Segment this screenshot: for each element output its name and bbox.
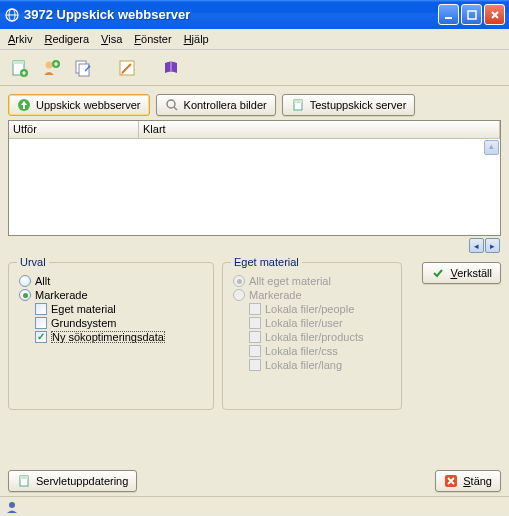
tool-doc-icon[interactable]	[6, 55, 32, 81]
scroll-up-icon[interactable]: ▴	[484, 140, 499, 155]
svg-rect-19	[20, 476, 28, 479]
svg-line-15	[174, 107, 177, 110]
label-people: Lokala filer/people	[265, 303, 354, 315]
label-eget-markerade: Markerade	[249, 289, 302, 301]
action-row: Uppskick webbserver Kontrollera bilder T…	[0, 86, 509, 120]
minimize-button[interactable]	[438, 4, 459, 25]
statusbar	[0, 496, 509, 516]
servletuppdatering-button[interactable]: Servletuppdatering	[8, 470, 137, 492]
label-eget-material: Eget material	[51, 303, 116, 315]
menu-visa[interactable]: Visa	[101, 33, 122, 45]
upload-icon	[17, 98, 31, 112]
uppskick-label: Uppskick webbserver	[36, 99, 141, 111]
svg-rect-6	[13, 61, 24, 64]
label-ny-seo: Ny sökoptimeringsdata	[51, 331, 165, 343]
urval-legend: Urval	[17, 256, 49, 268]
servletuppdatering-label: Servletuppdatering	[36, 475, 128, 487]
col-utfor[interactable]: Utför	[9, 121, 139, 138]
check-user	[249, 317, 261, 329]
doc-icon	[291, 98, 305, 112]
list-header: Utför Klart	[9, 121, 500, 139]
menu-arkiv[interactable]: Arkiv	[8, 33, 32, 45]
list-area: Utför Klart ▴ ◂ ▸	[8, 120, 501, 236]
radio-allt-eget	[233, 275, 245, 287]
svg-point-8	[46, 61, 53, 68]
svg-point-21	[9, 502, 15, 508]
check-eget-material[interactable]	[35, 303, 47, 315]
uppskick-button[interactable]: Uppskick webbserver	[8, 94, 150, 116]
kontrollera-label: Kontrollera bilder	[184, 99, 267, 111]
label-allt: Allt	[35, 275, 50, 287]
scroll-right-icon[interactable]: ▸	[485, 238, 500, 253]
check-products	[249, 331, 261, 343]
label-lang: Lokala filer/lang	[265, 359, 342, 371]
svg-rect-17	[294, 100, 302, 103]
check-ny-seo[interactable]	[35, 331, 47, 343]
verkstall-label: Verkställ	[450, 267, 492, 279]
label-markerade: Markerade	[35, 289, 88, 301]
tool-copy-icon[interactable]	[70, 55, 96, 81]
eget-legend: Eget material	[231, 256, 302, 268]
urval-group: Urval Allt Markerade Eget material Grund…	[8, 262, 214, 410]
check-grundsystem[interactable]	[35, 317, 47, 329]
label-allt-eget: Allt eget material	[249, 275, 331, 287]
radio-markerade[interactable]	[19, 289, 31, 301]
svg-rect-3	[445, 17, 452, 19]
eget-group: Eget material Allt eget material Markera…	[222, 262, 402, 410]
tool-edit-icon[interactable]	[114, 55, 140, 81]
check-lang	[249, 359, 261, 371]
doc-icon	[17, 474, 31, 488]
status-user-icon	[4, 499, 20, 515]
testuppskick-label: Testuppskick server	[310, 99, 407, 111]
stang-label: Stäng	[463, 475, 492, 487]
verkstall-button[interactable]: Verkställ	[422, 262, 501, 284]
tool-book-icon[interactable]	[158, 55, 184, 81]
label-products: Lokala filer/products	[265, 331, 363, 343]
stang-button[interactable]: Stäng	[435, 470, 501, 492]
search-icon	[165, 98, 179, 112]
app-icon	[4, 7, 20, 23]
label-css: Lokala filer/css	[265, 345, 338, 357]
window-title: 3972 Uppskick webbserver	[24, 7, 436, 22]
menu-hjalp[interactable]: Hjälp	[184, 33, 209, 45]
svg-rect-11	[79, 64, 89, 76]
x-icon	[444, 474, 458, 488]
kontrollera-button[interactable]: Kontrollera bilder	[156, 94, 276, 116]
menubar: Arkiv Redigera Visa Fönster Hjälp	[0, 29, 509, 50]
radio-allt[interactable]	[19, 275, 31, 287]
close-button[interactable]	[484, 4, 505, 25]
label-user: Lokala filer/user	[265, 317, 343, 329]
menu-redigera[interactable]: Redigera	[44, 33, 89, 45]
titlebar: 3972 Uppskick webbserver	[0, 0, 509, 29]
svg-point-14	[167, 100, 175, 108]
testuppskick-button[interactable]: Testuppskick server	[282, 94, 416, 116]
maximize-button[interactable]	[461, 4, 482, 25]
radio-eget-markerade	[233, 289, 245, 301]
toolbar	[0, 50, 509, 86]
scroll-left-icon[interactable]: ◂	[469, 238, 484, 253]
menu-fonster[interactable]: Fönster	[134, 33, 171, 45]
col-klart[interactable]: Klart	[139, 121, 500, 138]
check-people	[249, 303, 261, 315]
check-css	[249, 345, 261, 357]
check-icon	[431, 266, 445, 280]
svg-rect-4	[468, 11, 476, 19]
label-grundsystem: Grundsystem	[51, 317, 116, 329]
tool-user-icon[interactable]	[38, 55, 64, 81]
